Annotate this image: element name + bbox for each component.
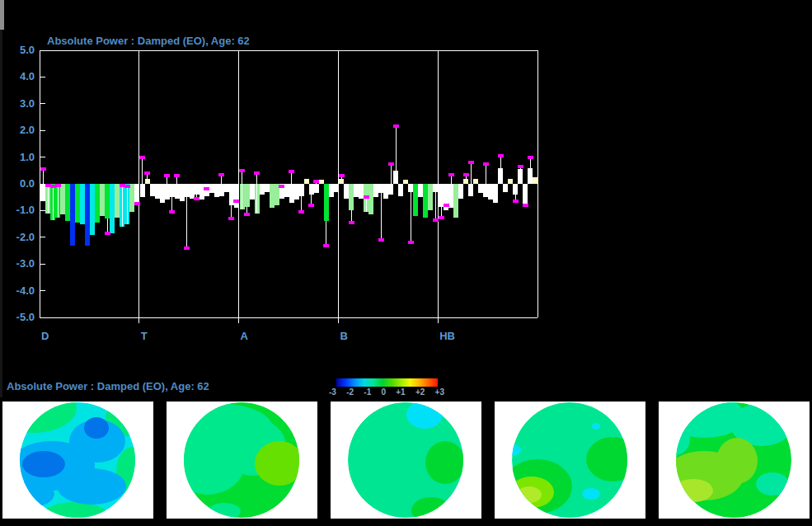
zscore-bar-chart <box>0 0 812 396</box>
zscore-bar <box>145 179 150 184</box>
zscore-bar <box>275 184 279 205</box>
qeeg-app-window: { "colors": { "background": "#000000", "… <box>0 0 812 526</box>
y-tick-label: 3.0 <box>2 98 35 110</box>
y-tick-label: 4.0 <box>2 71 35 82</box>
zscore-bar <box>185 184 190 197</box>
significance-marker <box>164 174 170 177</box>
zscore-bar <box>493 184 498 203</box>
significance-marker <box>323 244 329 247</box>
significance-marker <box>378 238 384 242</box>
zscore-bar <box>334 184 339 192</box>
topo-blob <box>582 488 600 500</box>
significance-marker <box>513 200 519 203</box>
zscore-bar <box>428 184 433 210</box>
zscore-bar <box>433 184 438 192</box>
zscore-bar <box>134 184 139 205</box>
zscore-bar <box>418 184 423 197</box>
colorbar-tick-label: -1 <box>364 387 371 397</box>
significance-marker <box>339 174 345 177</box>
hibeta-topomap <box>659 402 810 519</box>
band-label-A: A <box>241 330 248 342</box>
topo-blob <box>716 438 758 484</box>
zscore-bar <box>260 184 265 195</box>
significance-marker <box>483 162 489 166</box>
zscore-bar <box>513 184 518 195</box>
significance-marker <box>254 171 260 175</box>
significance-marker <box>55 184 61 187</box>
colorbar-labels: -3-2-10+1+2+3 <box>329 387 444 397</box>
zscore-bar <box>473 179 478 184</box>
zscore-bar <box>498 168 503 184</box>
zscore-bar <box>518 169 523 184</box>
y-tick-label: -5.0 <box>2 312 35 323</box>
significance-marker <box>184 247 190 250</box>
zscore-bar <box>373 184 378 197</box>
topo-blob <box>425 441 465 484</box>
band-group-T <box>139 156 239 250</box>
zscore-bar <box>299 184 304 196</box>
y-tick-label: -2.0 <box>2 232 35 243</box>
topo-blob <box>660 422 690 455</box>
zscore-bar <box>85 184 90 246</box>
significance-marker <box>289 170 294 173</box>
zscore-bar <box>270 184 275 208</box>
zscore-bar <box>423 184 428 218</box>
y-tick-label: 1.0 <box>2 152 35 163</box>
zscore-bar <box>508 179 513 184</box>
band-group-B <box>339 124 439 244</box>
zscore-bar <box>129 184 134 212</box>
zscore-bar <box>344 184 349 199</box>
significance-marker <box>444 204 449 207</box>
colorbar-tick-label: -3 <box>329 387 336 397</box>
zscore-bar <box>349 184 354 210</box>
zscore-bar <box>383 184 388 199</box>
y-tick-label: -3.0 <box>2 258 35 270</box>
topo-blob <box>406 402 443 429</box>
topo-blob <box>592 423 600 430</box>
zscore-bar <box>250 184 255 200</box>
significance-marker <box>523 204 528 207</box>
topo-blob <box>586 437 639 481</box>
band-group-A <box>239 169 339 247</box>
significance-marker <box>139 156 145 159</box>
zscore-bar <box>503 184 508 192</box>
zscore-bar <box>319 180 324 184</box>
y-tick-label: -1.0 <box>2 204 35 216</box>
topo-panel-hibeta-topomap <box>659 402 810 519</box>
significance-marker <box>298 210 304 214</box>
significance-marker <box>393 124 399 128</box>
band-group-D <box>40 167 140 245</box>
topo-panel-theta-topomap <box>167 402 317 519</box>
colorbar-tick-label: +3 <box>435 387 444 397</box>
significance-marker <box>124 185 130 188</box>
zscore-bar <box>110 184 115 233</box>
band-label-B: B <box>340 330 347 342</box>
topo-blob <box>674 479 713 502</box>
y-tick-label: 0.0 <box>2 178 35 190</box>
significance-marker <box>120 184 125 187</box>
topo-panel-beta-topomap <box>495 402 645 519</box>
zscore-bar <box>95 184 100 223</box>
zscore-bar <box>160 184 165 203</box>
zscore-bar <box>100 184 105 216</box>
significance-marker <box>349 221 354 224</box>
zscore-bar <box>359 184 364 199</box>
zscore-bar <box>329 184 334 197</box>
topo-blob <box>57 468 126 505</box>
zscore-bar <box>70 184 75 246</box>
zscore-bar <box>463 179 468 184</box>
zscore-bar <box>75 184 80 223</box>
topo-blob <box>517 486 542 503</box>
topo-panel-delta-topomap <box>2 402 153 519</box>
zscore-bar <box>488 184 493 200</box>
zscore-bar <box>339 179 344 184</box>
y-tick-label: 2.0 <box>2 124 35 136</box>
significance-marker <box>204 187 209 190</box>
zscore-bar <box>453 184 458 218</box>
significance-marker <box>228 217 234 220</box>
significance-marker <box>468 161 474 164</box>
zscore-bar <box>309 184 314 195</box>
band-label-HB: HB <box>439 330 455 342</box>
significance-marker <box>528 156 533 159</box>
significance-marker <box>233 200 239 203</box>
